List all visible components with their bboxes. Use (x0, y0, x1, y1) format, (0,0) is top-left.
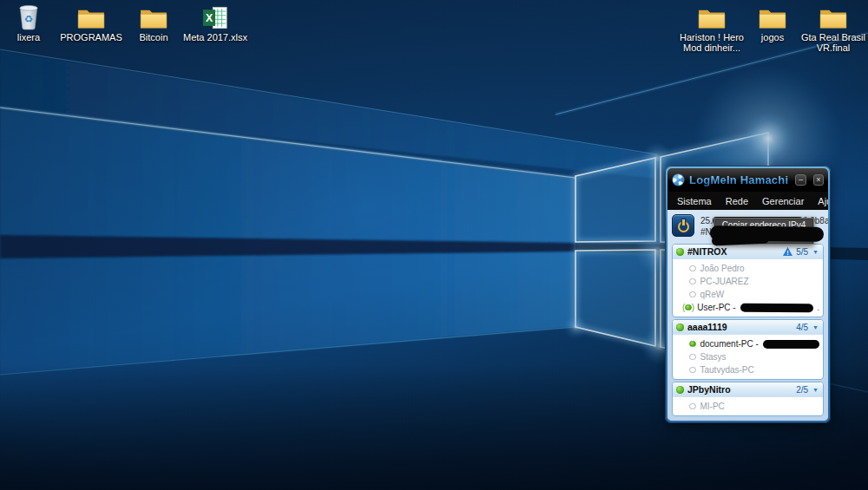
folder-icon (819, 3, 848, 30)
excel-file-icon: X (202, 3, 228, 30)
logmein-logo-icon (672, 173, 685, 186)
chevron-down-icon[interactable]: ▼ (812, 324, 819, 330)
icon-label: Gta Real Brasil VR.final (801, 32, 865, 53)
network-status-icon (676, 386, 684, 394)
network-status-icon (676, 248, 684, 256)
svg-text:X: X (206, 12, 214, 24)
recycle-bin-icon: ♻ (17, 3, 40, 30)
member-offline-icon (689, 403, 696, 410)
svg-text:!: ! (786, 249, 788, 256)
network-name: JPbyNitro (687, 384, 792, 395)
desktop: ♻ lixera PROGRAMAS Bitcoin (0, 0, 868, 490)
network-header[interactable]: #NITROX ! 5/5 ▼ (673, 245, 823, 259)
member-row[interactable]: () User-PC - . (673, 301, 823, 314)
hamachi-window: LogMeIn Hamachi – × Sistema Rede Gerenci… (665, 166, 831, 423)
desktop-icon-hariston[interactable]: Hariston ! Hero Mod dinheir... (680, 3, 744, 53)
network-header[interactable]: aaaa1119 4/5 ▼ (673, 320, 823, 335)
close-button[interactable]: × (813, 174, 824, 186)
member-count: 2/5 (796, 385, 808, 395)
network-group: JPbyNitro 2/5 ▼ MI-PC (672, 382, 824, 416)
member-offline-icon (689, 265, 696, 272)
desktop-icon-gta[interactable]: Gta Real Brasil VR.final (801, 3, 865, 53)
warning-icon: ! (783, 247, 792, 256)
desktop-icon-bitcoin[interactable]: Bitcoin (122, 3, 186, 42)
icon-label: PROGRAMAS (60, 32, 122, 42)
member-list: MI-PC (673, 397, 823, 415)
icon-label: Bitcoin (139, 32, 168, 42)
member-row[interactable]: PC-JUAREZ (673, 275, 823, 288)
member-offline-icon (689, 367, 696, 374)
menu-sistema[interactable]: Sistema (670, 196, 719, 206)
member-offline-icon (689, 291, 696, 298)
folder-icon (76, 3, 106, 30)
member-offline-icon (689, 278, 696, 285)
window-title: LogMeIn Hamachi (689, 173, 788, 186)
member-relay-icon: () (684, 304, 693, 312)
chevron-down-icon[interactable]: ▼ (812, 387, 819, 393)
network-status-icon (676, 323, 684, 331)
menu-rede[interactable]: Rede (719, 196, 755, 206)
folder-icon (758, 3, 787, 30)
icon-label: lixera (17, 32, 40, 42)
network-group: aaaa1119 4/5 ▼ document-PC - Stasy (672, 319, 824, 380)
member-list: document-PC - Stasys Tautvydas-PC (673, 335, 823, 379)
member-offline-icon (689, 354, 696, 361)
network-name: aaaa1119 (687, 322, 792, 332)
member-row[interactable]: João Pedro (673, 262, 823, 275)
network-header[interactable]: JPbyNitro 2/5 ▼ (673, 382, 823, 397)
member-count: 4/5 (796, 323, 808, 332)
menu-bar: Sistema Rede Gerenciar Ajuda (667, 192, 828, 210)
member-count: 5/5 (796, 247, 808, 257)
power-icon (677, 219, 689, 232)
member-list: João Pedro PC-JUAREZ qReW () (673, 259, 823, 317)
folder-icon (139, 3, 168, 30)
network-group: #NITROX ! 5/5 ▼ João Pedro (672, 244, 824, 317)
desktop-icon-programas[interactable]: PROGRAMAS (59, 3, 123, 42)
member-row[interactable]: document-PC - (673, 337, 823, 350)
svg-text:♻: ♻ (24, 13, 33, 25)
member-row[interactable]: Stasys (673, 350, 823, 363)
icon-label: jogos (761, 32, 784, 42)
minimize-button[interactable]: – (795, 174, 806, 186)
desktop-icon-recycle-bin[interactable]: ♻ lixera (0, 3, 61, 42)
menu-ajuda[interactable]: Ajuda (811, 196, 828, 206)
title-bar[interactable]: LogMeIn Hamachi – × (667, 168, 828, 192)
desktop-icon-jogos[interactable]: jogos (740, 3, 805, 42)
icon-label: Hariston ! Hero Mod dinheir... (680, 32, 744, 53)
desktop-icon-meta-xlsx[interactable]: X Meta 2017.xlsx (183, 3, 247, 42)
folder-icon (697, 3, 727, 30)
member-online-icon (689, 341, 696, 348)
member-row[interactable]: MI-PC (673, 400, 823, 413)
icon-label: Meta 2017.xlsx (183, 32, 247, 42)
network-list: #NITROX ! 5/5 ▼ João Pedro (672, 244, 824, 416)
network-name: #NITROX (687, 246, 779, 257)
member-row[interactable]: qReW (673, 288, 823, 301)
chevron-down-icon[interactable]: ▼ (812, 249, 819, 255)
power-button[interactable] (672, 214, 694, 237)
redaction-bar (763, 340, 819, 349)
member-row[interactable]: Tautvydas-PC (673, 363, 823, 376)
redaction-bar (740, 303, 813, 312)
menu-gerenciar[interactable]: Gerenciar (755, 196, 811, 206)
